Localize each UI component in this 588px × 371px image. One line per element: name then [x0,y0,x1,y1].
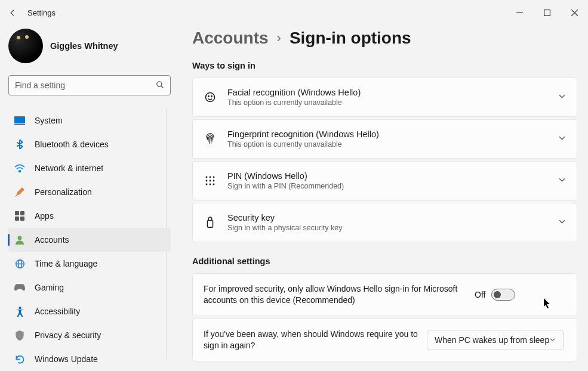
fingerprint-icon [204,132,217,146]
option-subtitle: Sign in with a PIN (Recommended) [227,182,551,190]
nav-item-time-language[interactable]: Time & language [8,252,171,276]
svg-rect-6 [20,211,24,215]
profile-block[interactable]: Giggles Whitney [8,29,171,63]
nav-label: Privacy & security [35,330,101,340]
nav-label: Personalization [35,187,92,197]
svg-point-9 [18,236,22,240]
accessibility-icon [14,306,25,317]
nav-label: Windows Update [35,354,98,364]
titlebar: Settings [0,0,588,25]
close-button[interactable] [561,3,588,22]
nav-label: Time & language [35,259,97,268]
nav-item-apps[interactable]: Apps [8,204,171,228]
svg-point-22 [206,184,208,186]
svg-point-4 [19,171,21,172]
nav-item-system[interactable]: System [8,109,171,132]
nav-item-privacy[interactable]: Privacy & security [8,323,171,347]
update-icon [14,354,25,364]
maximize-button[interactable] [533,3,561,22]
search-icon [156,81,164,91]
svg-rect-8 [20,217,24,221]
nav-label: Accounts [35,235,69,245]
option-title: Facial recognition (Windows Hello) [227,88,551,97]
svg-point-17 [210,177,211,178]
section-ways-to-sign-in: Ways to sign in [192,61,577,70]
option-title: PIN (Windows Hello) [227,171,551,181]
apps-icon [14,211,25,221]
svg-rect-5 [15,211,19,215]
toggle-knob [494,291,501,298]
option-facial-recognition[interactable]: Facial recognition (Windows Hello) This … [192,78,577,117]
svg-rect-25 [207,220,213,227]
dropdown-selected: When PC wakes up from sleep [435,335,549,345]
svg-rect-3 [14,124,25,125]
option-pin[interactable]: PIN (Windows Hello) Sign in with a PIN (… [192,161,577,200]
svg-point-1 [157,81,162,86]
system-icon [14,115,25,126]
nav-item-accounts[interactable]: Accounts [8,228,171,252]
svg-point-21 [213,180,215,182]
nav-item-gaming[interactable]: Gaming [8,276,171,299]
chevron-down-icon [549,335,556,345]
option-security-key[interactable]: Security key Sign in with a physical sec… [192,203,577,242]
nav-item-personalization[interactable]: Personalization [8,180,171,204]
security-key-icon [204,216,217,229]
dropdown-require-signin[interactable]: When PC wakes up from sleep [427,330,564,350]
svg-point-24 [213,184,215,186]
option-subtitle: Sign in with a physical security key [227,224,551,232]
privacy-icon [14,330,25,341]
setting-text: For improved security, only allow Window… [204,283,466,306]
chevron-down-icon [558,134,566,144]
window-title: Settings [27,8,56,17]
network-icon [14,163,25,174]
chevron-down-icon [558,176,566,186]
setting-require-signin: If you've been away, when should Windows… [192,319,577,361]
toggle-hello-only[interactable] [491,289,515,301]
personalization-icon [14,187,25,197]
nav-label: Accessibility [35,307,80,316]
option-title: Fingerprint recognition (Windows Hello) [227,129,551,139]
option-fingerprint[interactable]: Fingerprint recognition (Windows Hello) … [192,119,577,159]
bluetooth-icon [14,139,25,150]
svg-rect-0 [544,10,550,16]
time-icon [14,258,25,269]
search-input[interactable] [8,75,171,95]
back-button[interactable] [8,8,17,17]
svg-point-20 [210,180,211,182]
nav-label: Network & internet [35,163,103,173]
svg-point-14 [208,96,210,97]
breadcrumb: Accounts › Sign-in options [192,29,577,48]
svg-point-23 [210,184,211,186]
svg-rect-2 [14,116,25,123]
avatar [8,29,43,63]
svg-point-16 [206,177,208,178]
keypad-icon [204,174,217,187]
cursor-icon [543,298,552,311]
face-icon [204,91,217,104]
svg-point-12 [19,307,21,309]
nav-item-accessibility[interactable]: Accessibility [8,299,171,323]
svg-rect-7 [15,217,19,221]
gaming-icon [14,282,25,293]
toggle-state-label: Off [475,290,485,299]
minimize-button[interactable] [506,3,533,22]
nav-item-network[interactable]: Network & internet [8,156,171,180]
breadcrumb-parent[interactable]: Accounts [192,29,269,48]
chevron-down-icon [558,218,566,227]
search-field[interactable] [15,81,156,90]
nav-label: Apps [35,211,54,221]
option-subtitle: This option is currently unavailable [227,140,551,149]
chevron-down-icon [558,92,566,102]
nav-item-bluetooth[interactable]: Bluetooth & devices [8,132,171,156]
nav-label: System [35,116,63,125]
setting-hello-only: For improved security, only allow Window… [192,273,577,316]
option-title: Security key [227,213,551,222]
section-additional-settings: Additional settings [192,256,577,266]
nav-item-windows-update[interactable]: Windows Update [8,347,171,371]
nav-list: System Bluetooth & devices Network & int… [8,109,171,371]
nav-label: Bluetooth & devices [35,140,109,149]
svg-point-18 [213,177,215,178]
main-content: Accounts › Sign-in options Ways to sign … [179,25,588,371]
option-subtitle: This option is currently unavailable [227,98,551,107]
accounts-icon [14,234,25,245]
